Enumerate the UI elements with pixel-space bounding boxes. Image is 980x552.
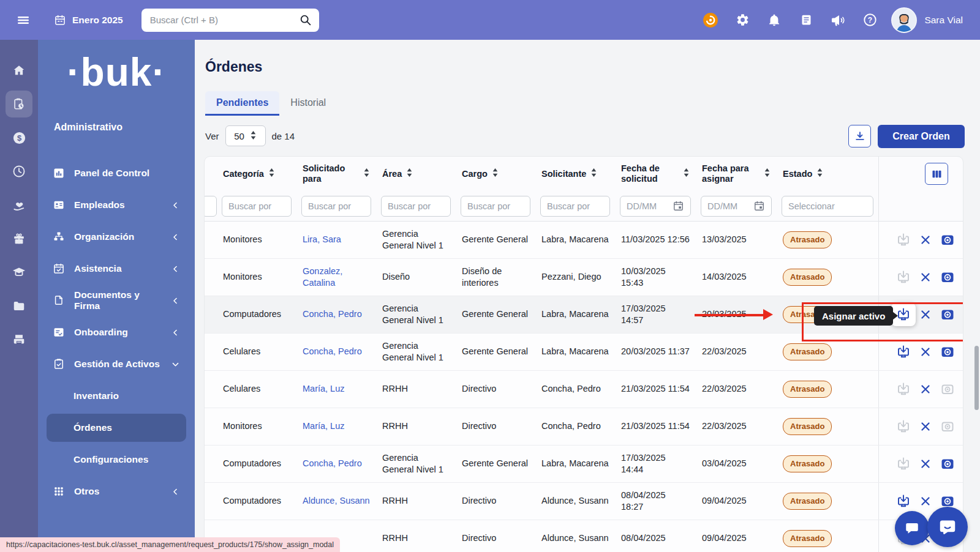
copilot-icon[interactable] — [703, 12, 718, 28]
sidebar-subitem-configuraciones[interactable]: Configuraciones — [38, 444, 195, 476]
employee-link[interactable]: Gonzalez, Catalina — [303, 266, 370, 289]
settings-icon[interactable] — [734, 12, 750, 28]
rail-item-training[interactable] — [6, 259, 32, 286]
sort-icon[interactable] — [764, 168, 771, 180]
table-row[interactable]: MonitoresGonzalez, CatalinaDiseñoDiseño … — [205, 259, 963, 296]
reject-order-button[interactable] — [919, 494, 932, 508]
assign-asset-button[interactable] — [896, 307, 911, 322]
sort-icon[interactable] — [363, 168, 370, 180]
download-button[interactable] — [848, 125, 871, 147]
column-header-solicitante[interactable]: Solicitante — [535, 168, 615, 180]
reject-order-button[interactable] — [919, 382, 932, 396]
search-icon[interactable] — [299, 13, 312, 26]
table-row[interactable]: CelularesMaría, LuzRRHHDirectivoConcha, … — [205, 371, 963, 408]
filter-select-estado[interactable]: Seleccionar — [782, 196, 873, 217]
notifications-icon[interactable] — [766, 12, 782, 28]
page-scrollbar[interactable] — [974, 346, 979, 410]
filter-input-area[interactable]: Buscar por — [381, 196, 451, 217]
rail-item-printer[interactable] — [6, 326, 32, 353]
table-row[interactable]: MonitoresLira, SaraGerencia General Nive… — [205, 222, 963, 259]
column-header-categoria[interactable]: Categoría — [217, 168, 296, 180]
employee-link[interactable]: Concha, Pedro — [303, 308, 362, 320]
rail-item-home[interactable] — [6, 57, 32, 84]
employee-link[interactable]: María, Luz — [303, 383, 345, 395]
help-chat-button[interactable] — [927, 507, 968, 547]
tab-pendientes[interactable]: Pendientes — [205, 91, 279, 116]
reject-order-button[interactable] — [919, 457, 932, 471]
rail-item-benefits[interactable] — [6, 192, 32, 218]
sidebar-item-otros[interactable]: Otros — [38, 476, 195, 507]
rail-item-gift[interactable] — [6, 225, 32, 252]
employee-link[interactable]: Concha, Pedro — [303, 346, 362, 357]
column-header-area[interactable]: Área — [376, 168, 456, 180]
table-row[interactable]: MonitoresMaría, LuzRRHHDirectivoConcha, … — [205, 408, 963, 446]
reject-order-button[interactable] — [919, 233, 932, 247]
employee-link[interactable]: Aldunce, Susann — [303, 495, 370, 507]
avatar[interactable] — [891, 7, 917, 33]
filter-input-solicitante[interactable]: Buscar por — [540, 196, 610, 217]
rail-item-clipboard-clock[interactable] — [6, 91, 32, 117]
view-order-button[interactable] — [940, 419, 955, 434]
assign-asset-button[interactable] — [896, 419, 911, 434]
sidebar-item-empleados[interactable]: Empleados — [38, 189, 195, 221]
column-header-cargo[interactable]: Cargo — [456, 168, 535, 180]
sidebar-subitem-ordenes[interactable]: Órdenes — [47, 414, 186, 442]
sidebar-item-asistencia[interactable]: Asistencia — [38, 253, 195, 285]
assign-asset-button[interactable] — [896, 345, 911, 359]
sidebar-item-gestiondeactivos[interactable]: Gestión de Activos — [38, 348, 195, 380]
reject-order-button[interactable] — [919, 308, 932, 321]
column-settings-button[interactable] — [925, 163, 948, 185]
sidebar-subitem-inventario[interactable]: Inventario — [38, 380, 195, 412]
sort-icon[interactable] — [492, 168, 499, 180]
table-row[interactable]: ComputadoresConcha, PedroGerencia Genera… — [205, 446, 963, 483]
sort-icon[interactable] — [683, 168, 690, 180]
sort-icon[interactable] — [590, 168, 597, 180]
assign-asset-button[interactable] — [896, 457, 911, 471]
filter-input-cargo[interactable]: Buscar por — [461, 196, 530, 217]
period-selector[interactable]: Enero 2025 — [54, 13, 123, 27]
calendar-small-icon[interactable] — [673, 200, 684, 212]
assign-asset-button[interactable] — [896, 233, 911, 247]
view-order-button[interactable] — [940, 233, 955, 247]
sort-icon[interactable] — [816, 168, 823, 180]
table-row[interactable]: ComputadoresAldunce, SusannRRHHDirectivo… — [205, 483, 963, 520]
view-order-button[interactable] — [940, 382, 955, 397]
sidebar-item-onboarding[interactable]: Onboarding — [38, 316, 195, 348]
rail-item-time[interactable] — [6, 158, 32, 185]
sort-icon[interactable] — [406, 168, 413, 180]
chat-bubble-button[interactable] — [895, 511, 929, 545]
tab-historial[interactable]: Historial — [279, 91, 337, 116]
employee-link[interactable]: Concha, Pedro — [303, 458, 362, 469]
filter-input-categoria[interactable]: Buscar por — [222, 196, 292, 217]
sidebar-item-paneldecontrol[interactable]: Panel de Control — [38, 157, 195, 189]
sidebar-item-documentosyfirma[interactable]: Documentos y Firma — [38, 285, 195, 316]
assign-asset-button[interactable] — [896, 382, 911, 397]
reject-order-button[interactable] — [919, 420, 932, 433]
page-size-select[interactable]: 50 — [225, 125, 266, 146]
view-order-button[interactable] — [940, 307, 955, 322]
view-order-button[interactable] — [940, 270, 955, 285]
view-order-button[interactable] — [940, 457, 955, 471]
assign-asset-button[interactable] — [896, 270, 911, 285]
sidebar-item-organizacion[interactable]: Organización — [38, 221, 195, 253]
column-header-fecha_asignar[interactable]: Fecha para asignar — [696, 163, 777, 184]
create-order-button[interactable]: Crear Orden — [878, 125, 965, 148]
filter-input-solicitado_para[interactable]: Buscar por — [301, 196, 371, 217]
hamburger-menu-icon[interactable] — [16, 13, 31, 28]
reject-order-button[interactable] — [919, 270, 932, 284]
rail-item-folder[interactable] — [6, 293, 32, 319]
assign-asset-button[interactable] — [896, 494, 911, 509]
rail-item-payments[interactable]: $ — [6, 124, 32, 151]
announcements-icon[interactable] — [830, 12, 846, 28]
employee-link[interactable]: María, Luz — [303, 420, 345, 432]
column-header-fecha_solicitud[interactable]: Fecha de solicitud — [615, 163, 696, 184]
filter-input-partial[interactable] — [204, 196, 217, 217]
filter-input-fecha_asignar[interactable]: DD/MM — [701, 196, 772, 217]
view-order-button[interactable] — [940, 345, 955, 359]
column-header-estado[interactable]: Estado — [777, 168, 878, 180]
filter-input-fecha_solicitud[interactable]: DD/MM — [620, 196, 691, 217]
help-icon[interactable]: ? — [862, 12, 878, 28]
employee-link[interactable]: Lira, Sara — [303, 234, 341, 245]
column-header-solicitado_para[interactable]: Solicitado para — [296, 163, 376, 184]
table-row[interactable]: CelularesConcha, PedroGerencia General N… — [205, 334, 963, 371]
